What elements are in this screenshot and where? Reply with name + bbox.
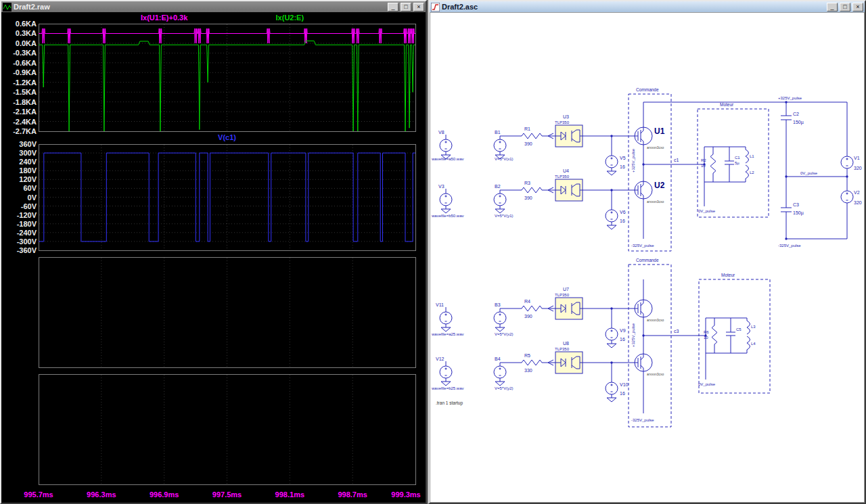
y-axis-label: -240V (3, 229, 37, 237)
junction-dots (610, 101, 848, 363)
plot-pane[interactable] (39, 24, 417, 133)
x-axis-label: 995.7ms (20, 490, 57, 499)
minimize-button[interactable]: _ (388, 3, 398, 12)
schematic-label: U4 (563, 168, 569, 173)
schematic-label: +325V_pulse (631, 148, 635, 173)
y-axis-label: -1.2KA (3, 78, 37, 87)
trace-name-label: Ix(U1:E)+0.3k (114, 14, 215, 22)
schematic-label: V9 (620, 328, 626, 333)
y-axis-label: -2.1KA (3, 108, 37, 116)
schematic-label: .tran 1 startup (436, 400, 463, 406)
y-axis-label: 300V (3, 149, 37, 157)
waveform-viewer-window: Draft2.raw _ □ × 0.6KA0.3KA0.0KA-0.3KA-0… (0, 0, 427, 504)
schematic-label: wavefile=a50.wav (431, 157, 464, 161)
close-button[interactable]: × (852, 3, 863, 12)
schematic-label: +325V_pulse (631, 323, 635, 347)
schematic-label: L3 (751, 325, 756, 329)
schematic-label: 150µ (793, 120, 804, 125)
waveform-plot-area[interactable]: 0.6KA0.3KA0.0KA-0.3KA-0.6KA-0.9KA-1.2KA-… (1, 12, 426, 503)
schematic-label: wavefile=b50.wav (431, 214, 464, 218)
schematic-label: R6 (704, 330, 709, 334)
y-axis-label: -2.7KA (3, 127, 37, 135)
schematic-label: 16 (620, 337, 625, 342)
schematic-label: 0V_pulse (698, 382, 716, 386)
schematic-label: wavefile=a25.wav (431, 332, 464, 336)
schematic-label: R4 (524, 299, 530, 304)
schematic-label: +325V_pulse (778, 96, 802, 100)
schematic-label: TLP350 (555, 293, 570, 297)
x-axis-label: 998.7ms (334, 490, 371, 499)
y-axis-label: -2.4KA (3, 118, 37, 126)
waveform-window-icon (3, 3, 12, 12)
trace-name-label: Ix(U2:E) (239, 14, 340, 22)
y-axis-label: 120V (3, 175, 37, 183)
y-axis-label: 0V (3, 193, 37, 202)
x-axis-label: 996.3ms (83, 490, 120, 499)
schematic-label: L1 (750, 154, 754, 158)
schematic-label: 16 (620, 391, 625, 396)
schematic-label: -325V_pulse (778, 244, 801, 248)
schematic-label: -325V_pulse (631, 418, 654, 422)
schematic-window-icon (431, 3, 440, 12)
x-axis-label: 996.9ms (146, 490, 183, 499)
schematic-label: -325V_pulse (631, 244, 654, 248)
y-axis-label: 240V (3, 158, 37, 166)
schematic-label: 10 (701, 164, 706, 168)
schematic-label: 16 (620, 164, 625, 169)
schematic-label: L2 (750, 170, 754, 175)
schematic-label: arxxxn3cxo (647, 318, 664, 322)
plot-pane[interactable] (39, 374, 417, 486)
schematic-label: 390 (524, 141, 532, 146)
schematic-label: V2 (854, 190, 860, 195)
y-axis-label: -0.3KA (3, 49, 37, 57)
close-button[interactable]: × (413, 3, 424, 12)
x-axis-label: 998.1ms (271, 490, 308, 499)
schematic-window-title: Draft2.asc (442, 3, 825, 11)
schematic-canvas[interactable]: V8wavefile=a50.wavB1V=5*V(x1)R1390U3TLP3… (430, 12, 865, 503)
schematic-label: V11 (436, 302, 444, 307)
schematic-label: Commande (636, 87, 659, 92)
plot-pane[interactable] (39, 257, 417, 369)
schematic-label: U1 (654, 127, 665, 136)
schematic-label: C3 (793, 202, 799, 207)
y-axis-label: -180V (3, 220, 37, 228)
schematic-label: U7 (563, 287, 569, 292)
schematic-label: arxxxn3cxo (647, 145, 664, 150)
schematic-label: V=5*V(y2) (495, 386, 514, 390)
schematic-label: c3 (674, 329, 679, 334)
schematic-label: U3 (563, 114, 569, 119)
schematic-label: C5 (736, 327, 742, 331)
y-axis-label: -1.8KA (3, 98, 37, 106)
schematic-label: Moteur (721, 273, 735, 277)
schematic-label: V1 (854, 156, 860, 160)
schematic-label: R1 (524, 127, 530, 131)
schematic-label: 0V_pulse (800, 171, 818, 175)
schematic-label: 330 (524, 368, 532, 373)
schematic-label: Moteur (720, 102, 734, 107)
schematic-drawing: V8wavefile=a50.wavB1V=5*V(x1)R1390U3TLP3… (430, 14, 863, 499)
schematic-label: V5 (620, 156, 626, 160)
waveform-titlebar[interactable]: Draft2.raw _ □ × (1, 1, 426, 12)
schematic-label: TLP350 (555, 347, 570, 351)
schematic-label: 0V_pulse (698, 209, 716, 213)
restore-button[interactable]: □ (401, 3, 411, 12)
y-axis-label: -1.5KA (3, 88, 37, 96)
schematic-label: arxxxn3cxo (647, 200, 664, 204)
y-axis-label: 60V (3, 184, 37, 192)
minimize-button[interactable]: _ (827, 3, 838, 12)
y-axis-label: 180V (3, 166, 37, 175)
schematic-label: V=5*V(y1) (495, 214, 514, 218)
schematic-titlebar[interactable]: Draft2.asc _ □ × (430, 1, 865, 12)
schematic-label: V=5*V(x1) (495, 157, 514, 161)
plot-pane[interactable] (39, 144, 417, 252)
x-axis-label: 999.3ms (388, 490, 424, 499)
schematic-label: 5µ (735, 161, 739, 165)
waveform-window-title: Draft2.raw (14, 3, 386, 11)
restore-button[interactable]: □ (840, 3, 850, 12)
y-axis-label: 0.3KA (3, 29, 37, 37)
schematic-label: L4 (751, 342, 756, 346)
schematic-label: B2 (495, 184, 501, 189)
schematic-label: V10 (620, 382, 629, 387)
y-axis-label: -0.6KA (3, 59, 37, 67)
schematic-label: R3 (524, 181, 530, 185)
